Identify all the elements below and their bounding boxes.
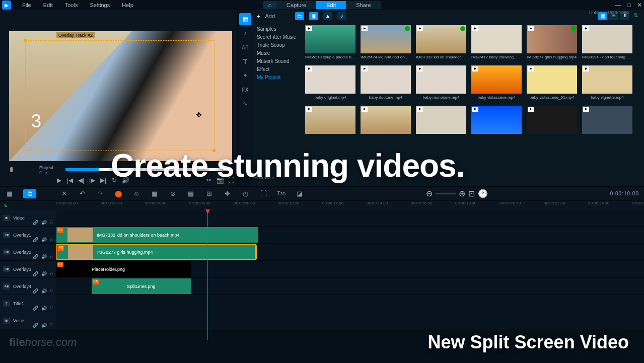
link-icon[interactable]: 🔗: [33, 237, 38, 242]
capture-tab[interactable]: Capture: [276, 1, 316, 9]
title-icon[interactable]: T: [239, 55, 251, 67]
media-thumbnail[interactable]: ▶: [361, 106, 411, 139]
menu-help[interactable]: Help: [116, 2, 139, 8]
link-icon[interactable]: 🔗: [33, 220, 38, 225]
timecode[interactable]: 0:00:10.00: [610, 191, 639, 196]
track-header[interactable]: TTitle1🔗🔊⠿: [0, 295, 56, 312]
zoom-slider[interactable]: [436, 193, 456, 194]
menu-settings[interactable]: Settings: [84, 2, 116, 8]
track-header[interactable]: ■Voice🔗🔊⠿: [0, 312, 56, 329]
close-button[interactable]: ✕: [637, 2, 642, 9]
track-record-icon[interactable]: T: [3, 301, 10, 307]
track-menu-icon[interactable]: ⠿: [50, 288, 53, 294]
track-menu-icon[interactable]: ⠿: [50, 323, 53, 328]
track-body[interactable]: [56, 295, 644, 312]
record-icon[interactable]: ⬤: [114, 189, 123, 198]
tree-item[interactable]: Muserk Sound Effect: [257, 57, 299, 74]
grid-icon[interactable]: ⊞: [204, 189, 213, 198]
mute-icon[interactable]: 🔊: [41, 220, 47, 225]
track-record-icon[interactable]: 4■: [3, 283, 10, 289]
media-thumbnail[interactable]: ▶IMG5474 kid and dad on water l…: [361, 25, 411, 63]
media-thumbnail[interactable]: ▶baby duotone.mp4: [361, 65, 411, 104]
media-thumbnail[interactable]: ▶baby original.mp4: [305, 65, 355, 104]
track-header[interactable]: 2■Overlay2🔗🔊⠿: [0, 244, 56, 260]
redo-button[interactable]: ↷: [96, 189, 105, 198]
track-menu-icon[interactable]: ⠿: [50, 220, 53, 225]
undo-button[interactable]: ↶: [78, 189, 87, 198]
mute-icon[interactable]: 🔊: [41, 288, 47, 294]
minimize-button[interactable]: —: [615, 2, 621, 9]
media-thumbnail[interactable]: ▶IMG7417 baby crawling.mp4: [471, 25, 522, 63]
track-body[interactable]: FXSplitLines.png: [56, 278, 644, 295]
track-menu-icon[interactable]: ⠿: [50, 271, 53, 276]
menu-tools[interactable]: Tools: [59, 2, 84, 8]
home-tab[interactable]: ⌂: [263, 1, 276, 9]
track-body[interactable]: [56, 312, 644, 329]
maximize-button[interactable]: □: [627, 2, 631, 9]
autoaudio-icon[interactable]: ▦: [150, 189, 159, 198]
media-thumbnail[interactable]: ▶IMG8277 girls hugging.mp4: [527, 25, 577, 63]
track-record-icon[interactable]: ■: [3, 318, 10, 324]
track-record-icon[interactable]: 2■: [3, 249, 10, 255]
media-thumbnail[interactable]: ▶: [416, 106, 466, 139]
link-icon[interactable]: 🔗: [33, 271, 38, 276]
media-thumbnail[interactable]: ▶: [305, 106, 355, 139]
track-record-icon[interactable]: ■: [3, 215, 10, 221]
move-icon[interactable]: ✥: [196, 111, 202, 119]
track-record-icon[interactable]: 1■: [3, 232, 10, 238]
media-thumbnail[interactable]: ▶baby vistascene_01.mp4: [527, 65, 577, 104]
graphic-icon[interactable]: ✦: [239, 69, 251, 82]
link-icon[interactable]: 🔗: [33, 254, 38, 259]
goto-start-button[interactable]: |◀: [66, 177, 74, 184]
track-body[interactable]: FXPlaceHolder.png: [56, 261, 644, 277]
media-thumbnail[interactable]: ▶baby vistascene.mp4: [471, 65, 522, 104]
next-frame-button[interactable]: |▶: [89, 177, 96, 184]
track-body[interactable]: FXIMG8277 girls hugging.mp4: [56, 244, 644, 260]
add-label[interactable]: Add: [265, 13, 275, 19]
tree-item[interactable]: ScoreFitter Music: [257, 33, 299, 41]
link-icon[interactable]: 🔗: [33, 323, 38, 328]
track-body[interactable]: FXIMG7332 kid on shoulders on beach.mp4: [56, 227, 644, 243]
goto-end-button[interactable]: ▶|: [100, 177, 107, 184]
tree-item[interactable]: Triple Scoop Music: [257, 41, 299, 57]
prev-frame-button[interactable]: ◀|: [78, 177, 85, 184]
timeline-ruler[interactable]: ≡ ≡ ▲ 00:00:00.0000:00:02.0000:00:04.000…: [0, 200, 644, 209]
customize-icon[interactable]: ◪: [295, 189, 304, 198]
track-header[interactable]: 4■Overlay4🔗🔊⠿: [0, 278, 56, 295]
filter-icon[interactable]: FX: [239, 84, 251, 96]
sound-icon[interactable]: ♪: [239, 27, 251, 39]
track-menu-icon[interactable]: ⠿: [50, 306, 53, 311]
photo-filter-icon[interactable]: ▲: [323, 12, 332, 20]
track-menu-icon[interactable]: ⠿: [50, 237, 53, 242]
zoom-in-icon[interactable]: ⊕: [459, 189, 465, 198]
audio-filter-icon[interactable]: ♪: [337, 12, 346, 20]
tree-item[interactable]: Samples: [257, 25, 299, 33]
media-thumbnail[interactable]: ▶baby vignette.mp4: [582, 65, 632, 104]
storyboard-icon[interactable]: ▦: [5, 189, 14, 198]
playhead[interactable]: [207, 209, 208, 340]
timeline-clip[interactable]: FXPlaceHolder.png: [56, 261, 191, 277]
track-menu-icon[interactable]: ⠿: [50, 254, 53, 259]
tools-icon[interactable]: ✕: [59, 189, 68, 198]
track-record-icon[interactable]: 3■: [3, 266, 10, 272]
pan-icon[interactable]: ⛶: [259, 189, 268, 198]
play-button[interactable]: ▶: [55, 177, 62, 184]
mute-icon[interactable]: 🔊: [41, 271, 47, 276]
media-thumbnail[interactable]: ▶baby monotone.mp4: [416, 65, 466, 104]
tree-item[interactable]: My Project: [257, 74, 299, 82]
zoom-out-icon[interactable]: ⊖: [426, 189, 433, 198]
fit-icon[interactable]: ⊡: [468, 189, 475, 198]
timeline-clip[interactable]: FXSplitLines.png: [92, 278, 191, 294]
media-thumbnail[interactable]: ▶IMG5118 couple paddle boardin…: [305, 25, 355, 63]
folder-filter-icon[interactable]: 🗀: [295, 12, 304, 20]
chapter-icon[interactable]: ⊘: [168, 189, 177, 198]
share-tab[interactable]: Share: [346, 1, 381, 9]
track-header[interactable]: 3■Overlay3🔗🔊⠿: [0, 261, 56, 277]
mute-icon[interactable]: 🔊: [41, 237, 47, 242]
mixer-icon[interactable]: ⎋: [132, 189, 141, 198]
3d-title-icon[interactable]: T3D: [277, 189, 286, 198]
transition-icon[interactable]: AB: [239, 41, 251, 53]
selection-box[interactable]: [25, 40, 214, 151]
multi-icon[interactable]: ◷: [241, 189, 250, 198]
timeline-clip[interactable]: FXIMG8277 girls hugging.mp4: [56, 244, 256, 260]
